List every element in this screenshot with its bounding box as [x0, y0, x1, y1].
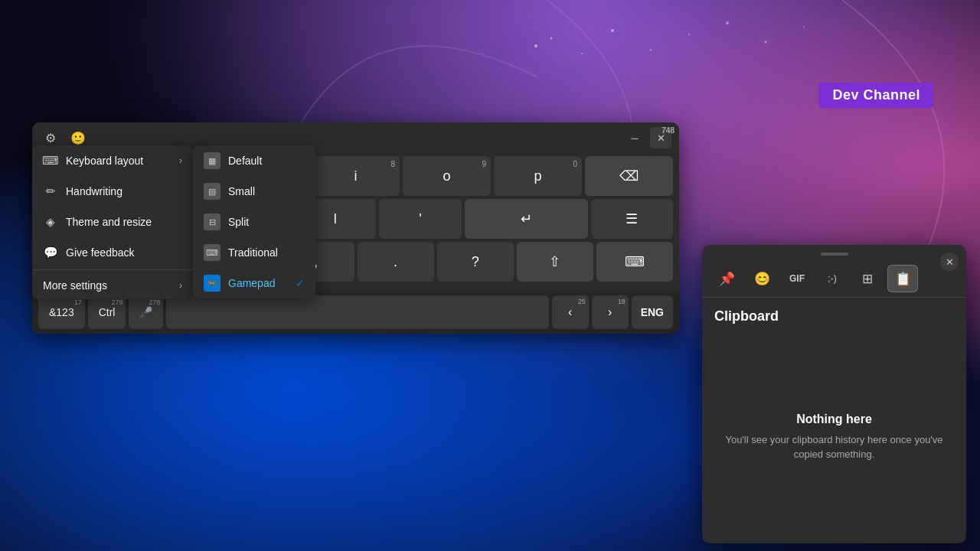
clip-tab-gif[interactable]: GIF — [782, 265, 812, 292]
settings-label-keyboard-layout: Keyboard layout — [66, 155, 172, 167]
feedback-icon: 💬 — [43, 245, 58, 260]
key-nav-right[interactable]: 18 › — [592, 295, 629, 329]
layout-label-gamepad: Gamepad — [228, 277, 275, 289]
settings-panel: ⌨ Keyboard layout › ✏ Handwriting ◈ Them… — [32, 145, 193, 299]
clipboard-title: Clipboard — [702, 298, 966, 331]
key-shift[interactable]: ⇧ — [517, 242, 593, 282]
clipboard-empty-description: You'll see your clipboard history here o… — [717, 432, 951, 462]
settings-item-more[interactable]: More settings › — [32, 272, 193, 299]
layout-label-default: Default — [228, 155, 262, 167]
key-o[interactable]: 9 o — [403, 156, 491, 196]
chevron-right-icon: › — [179, 155, 182, 166]
pin-icon: 📌 — [719, 271, 735, 287]
key-i[interactable]: 8 i — [312, 156, 400, 196]
gif-icon: GIF — [789, 273, 805, 284]
settings-label-theme: Theme and resize — [66, 216, 182, 228]
layout-default-icon: ▦ — [204, 152, 220, 169]
key-language[interactable]: 748 ENG — [632, 295, 673, 329]
layout-label-split: Split — [228, 216, 249, 228]
layout-item-default[interactable]: ▦ Default — [193, 145, 315, 176]
layout-traditional-icon: ⌨ — [204, 244, 220, 261]
layout-selected-check: ✓ — [296, 277, 305, 289]
theme-icon: ◈ — [43, 214, 58, 230]
settings-item-handwriting[interactable]: ✏ Handwriting — [32, 176, 193, 207]
key-mic[interactable]: 278 🎤 — [129, 295, 163, 329]
key-question[interactable]: ? — [437, 242, 514, 282]
key-num-sym[interactable]: 17 &123 — [38, 295, 85, 329]
handwriting-icon: ✏ — [43, 184, 58, 199]
key-p[interactable]: 0 p — [494, 156, 582, 196]
layout-item-split[interactable]: ⊟ Split — [193, 207, 315, 237]
settings-item-theme[interactable]: ◈ Theme and resize — [32, 207, 193, 237]
dev-channel-badge: Dev Channel — [818, 83, 934, 108]
clipboard-close-button[interactable]: ✕ — [940, 253, 959, 271]
layout-item-small[interactable]: ▤ Small — [193, 176, 315, 207]
clip-tab-pin[interactable]: 📌 — [711, 265, 742, 292]
mic-icon: 🎤 — [139, 306, 152, 318]
key-ctrl[interactable]: 279 Ctrl — [88, 295, 126, 329]
clipboard-tabs: 📌 😊 GIF ;-) ⊞ 📋 — [702, 260, 966, 298]
settings-item-feedback[interactable]: 💬 Give feedback — [32, 237, 193, 268]
emoji-icon: 😊 — [754, 271, 770, 287]
settings-label-feedback: Give feedback — [66, 246, 182, 259]
clip-tab-clipboard[interactable]: 📋 — [887, 265, 918, 292]
key-apostrophe[interactable]: ' — [379, 199, 461, 239]
layout-split-icon: ⊟ — [204, 214, 220, 230]
settings-label-more: More settings — [43, 279, 172, 292]
key-nav-left[interactable]: 25 ‹ — [552, 295, 589, 329]
kaomoji-icon: ;-) — [828, 273, 836, 284]
keyboard-layout-icon: ⌨ — [43, 153, 58, 168]
layout-gamepad-icon: 🎮 — [204, 275, 220, 292]
handle-bar — [821, 253, 848, 256]
layout-item-traditional[interactable]: ⌨ Traditional — [193, 237, 315, 268]
settings-item-keyboard-layout[interactable]: ⌨ Keyboard layout › — [32, 145, 193, 176]
key-menu[interactable]: ☰ — [591, 199, 673, 239]
clipboard-empty-state: Nothing here You'll see your clipboard h… — [702, 331, 966, 543]
ctrl-label: Ctrl — [99, 306, 116, 318]
layout-item-gamepad[interactable]: 🎮 Gamepad ✓ — [193, 268, 315, 298]
clipboard-empty-title: Nothing here — [796, 412, 872, 426]
keyboard-minimize-button[interactable]: ─ — [624, 127, 645, 148]
clip-tab-kaomoji[interactable]: ;-) — [817, 265, 848, 292]
clipboard-drag-handle[interactable] — [702, 245, 966, 260]
lang-label: ENG — [641, 306, 664, 318]
clipboard-panel: ✕ 📌 😊 GIF ;-) ⊞ 📋 Clipboard Nothing here… — [702, 245, 966, 543]
key-backspace[interactable]: ⌫ — [585, 156, 673, 196]
key-period[interactable]: . — [358, 242, 434, 282]
num-sym-label: &123 — [49, 306, 74, 318]
layout-submenu: ▦ Default ▤ Small ⊟ Split ⌨ Traditional … — [193, 145, 315, 298]
key-keyboard-mode[interactable]: ⌨ — [596, 242, 673, 282]
key-enter[interactable]: ↵ — [465, 199, 588, 239]
layout-small-icon: ▤ — [204, 183, 220, 200]
more-chevron-icon: › — [179, 280, 182, 291]
clip-tab-symbols[interactable]: ⊞ — [852, 265, 883, 292]
settings-label-handwriting: Handwriting — [66, 185, 182, 197]
key-space[interactable] — [166, 295, 548, 329]
clip-tab-emoji[interactable]: 😊 — [746, 265, 777, 292]
layout-label-traditional: Traditional — [228, 246, 278, 259]
symbols-icon: ⊞ — [862, 271, 873, 287]
settings-divider — [32, 269, 193, 270]
clipboard-tab-icon: 📋 — [895, 271, 911, 287]
layout-label-small: Small — [228, 185, 255, 197]
